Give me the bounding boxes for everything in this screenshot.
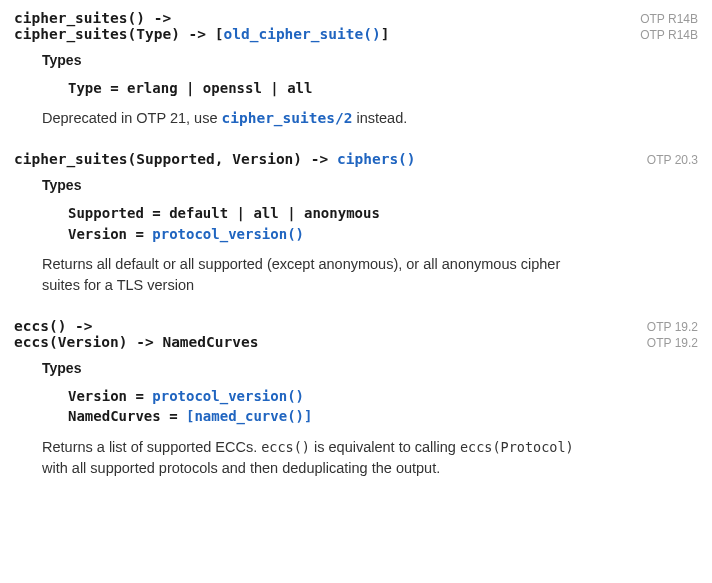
- sig-text: eccs(Version) -> NamedCurves: [14, 334, 258, 350]
- sig-text: cipher_suites(Supported, Version) ->: [14, 151, 337, 167]
- type-definition: NamedCurves = [named_curve()]: [68, 406, 698, 426]
- since-badge: OTP 20.3: [647, 153, 698, 167]
- function-section: cipher_suites(Supported, Version) -> cip…: [14, 151, 698, 296]
- type-definitions: Version = protocol_version() NamedCurves…: [68, 386, 698, 427]
- type-definitions: Supported = default | all | anonymous Ve…: [68, 203, 698, 244]
- type-definition: Type = erlang | openssl | all: [68, 78, 698, 98]
- type-text: Version =: [68, 388, 152, 404]
- function-section: eccs() -> OTP 19.2 eccs(Version) -> Name…: [14, 318, 698, 479]
- desc-text: Returns all default or all supported (ex…: [42, 256, 560, 293]
- types-heading: Types: [42, 52, 698, 68]
- inline-code: eccs(Protocol): [460, 439, 574, 455]
- function-signature[interactable]: eccs(Version) -> NamedCurves: [14, 334, 639, 350]
- since-badge: OTP 19.2: [647, 320, 698, 334]
- signature-row: eccs() -> OTP 19.2: [14, 318, 698, 334]
- desc-text: instead.: [352, 110, 407, 126]
- type-text: Version =: [68, 226, 152, 242]
- function-section: cipher_suites() -> OTP R14B cipher_suite…: [14, 10, 698, 129]
- desc-text: Returns a list of supported ECCs.: [42, 439, 261, 455]
- description: Returns all default or all supported (ex…: [42, 254, 602, 296]
- types-heading: Types: [42, 360, 698, 376]
- types-block: Types Type = erlang | openssl | all Depr…: [42, 52, 698, 129]
- signature-row: cipher_suites(Supported, Version) -> cip…: [14, 151, 698, 167]
- desc-text: is equivalent to calling: [310, 439, 460, 455]
- type-definition: Version = protocol_version(): [68, 386, 698, 406]
- type-link[interactable]: old_cipher_suite(): [224, 26, 381, 42]
- function-signature[interactable]: cipher_suites(Supported, Version) -> cip…: [14, 151, 639, 167]
- types-block: Types Version = protocol_version() Named…: [42, 360, 698, 479]
- type-definition: Supported = default | all | anonymous: [68, 203, 698, 223]
- since-badge: OTP 19.2: [647, 336, 698, 350]
- description: Deprecated in OTP 21, use cipher_suites/…: [42, 108, 602, 129]
- types-block: Types Supported = default | all | anonym…: [42, 177, 698, 296]
- description: Returns a list of supported ECCs. eccs()…: [42, 437, 602, 479]
- type-text: NamedCurves =: [68, 408, 186, 424]
- sig-text: cipher_suites(Type) -> [: [14, 26, 224, 42]
- signature-row: eccs(Version) -> NamedCurves OTP 19.2: [14, 334, 698, 350]
- type-definition: Version = protocol_version(): [68, 224, 698, 244]
- signature-row: cipher_suites() -> OTP R14B: [14, 10, 698, 26]
- sig-text: cipher_suites() ->: [14, 10, 171, 26]
- type-link[interactable]: protocol_version(): [152, 388, 304, 404]
- signature-row: cipher_suites(Type) -> [old_cipher_suite…: [14, 26, 698, 42]
- function-signature[interactable]: cipher_suites(Type) -> [old_cipher_suite…: [14, 26, 632, 42]
- sig-text: ]: [381, 26, 390, 42]
- type-text: Supported = default | all | anonymous: [68, 205, 380, 221]
- types-heading: Types: [42, 177, 698, 193]
- desc-text: Deprecated in OTP 21, use: [42, 110, 221, 126]
- type-link[interactable]: protocol_version(): [152, 226, 304, 242]
- since-badge: OTP R14B: [640, 28, 698, 42]
- type-text: Type = erlang | openssl | all: [68, 80, 312, 96]
- since-badge: OTP R14B: [640, 12, 698, 26]
- sig-text: eccs() ->: [14, 318, 93, 334]
- function-signature[interactable]: cipher_suites() ->: [14, 10, 632, 26]
- inline-code: eccs(): [261, 439, 310, 455]
- function-signature[interactable]: eccs() ->: [14, 318, 639, 334]
- function-link[interactable]: cipher_suites/2: [221, 110, 352, 126]
- type-link[interactable]: [named_curve()]: [186, 408, 312, 424]
- desc-text: with all supported protocols and then de…: [42, 460, 440, 476]
- type-link[interactable]: ciphers(): [337, 151, 416, 167]
